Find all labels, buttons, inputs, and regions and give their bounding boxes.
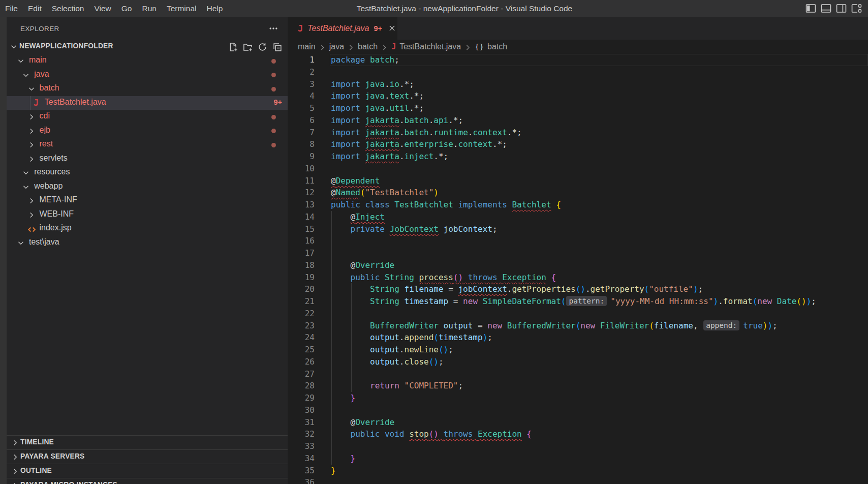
tree-item-java[interactable]: java (7, 68, 288, 82)
code-line-13[interactable]: 13public class TestBatchlet implements B… (288, 199, 868, 211)
code-line-text: @Named("TestBatchlet") (331, 187, 439, 199)
tree-item-test-java[interactable]: test\java (7, 236, 288, 250)
code-line-17[interactable]: 17 (288, 247, 868, 259)
tree-item-ejb[interactable]: ejb (7, 124, 288, 138)
tree-item-resources[interactable]: resources (7, 166, 288, 180)
line-number: 35 (288, 465, 315, 477)
line-number: 25 (288, 344, 315, 356)
line-number: 31 (288, 416, 315, 429)
tree-item-meta-inf[interactable]: META-INF (7, 194, 288, 208)
code-line-21[interactable]: 21 String timestamp = new SimpleDateForm… (288, 295, 868, 308)
code-line-29[interactable]: 29 } (288, 392, 868, 404)
menu-run[interactable]: Run (137, 0, 161, 17)
java-file-icon: J (298, 23, 303, 34)
code-line-18[interactable]: 18 @Override (288, 259, 868, 271)
code-line-22[interactable]: 22 (288, 308, 868, 320)
toggle-secondary-sidebar-icon[interactable] (836, 3, 847, 14)
menu-view[interactable]: View (89, 0, 116, 17)
code-line-11[interactable]: 11@Dependent (288, 175, 868, 187)
code-line-14[interactable]: 14 @Inject (288, 211, 868, 223)
code-line-35[interactable]: 35} (288, 465, 868, 477)
code-line-8[interactable]: 8import jakarta.enterprise.context.*; (288, 138, 868, 150)
refresh-explorer-icon[interactable] (257, 42, 267, 52)
code-line-5[interactable]: 5import java.util.*; (288, 102, 868, 114)
code-line-text: output.newLine(); (331, 344, 453, 356)
code-line-16[interactable]: 16 (288, 235, 868, 247)
section-payara-servers[interactable]: PAYARA SERVERS (7, 449, 288, 464)
activity-bar-edge (0, 17, 7, 484)
code-line-31[interactable]: 31 @Override (288, 416, 868, 429)
code-line-30[interactable]: 30 (288, 404, 868, 416)
explorer-sidebar: EXPLORER NEWAPPLICATIONFOLDER mainjavaba… (7, 17, 288, 484)
code-line-6[interactable]: 6import jakarta.batch.api.*; (288, 114, 868, 127)
code-area[interactable]: 1package batch;23import java.io.*;4impor… (288, 54, 868, 484)
tree-item-batch[interactable]: batch (7, 82, 288, 96)
code-line-28[interactable]: 28 return "COMPLETED"; (288, 380, 868, 392)
breadcrumb-item[interactable]: batch (358, 42, 378, 51)
menu-edit[interactable]: Edit (23, 0, 47, 17)
code-line-23[interactable]: 23 BufferedWriter output = new BufferedW… (288, 320, 868, 332)
chevron-right-icon (11, 439, 19, 449)
section-outline[interactable]: OUTLINE (7, 464, 288, 478)
toggle-panel-icon[interactable] (821, 3, 831, 14)
new-file-icon[interactable] (228, 42, 238, 52)
tab-testbatchlet[interactable]: J TestBatchlet.java 9+ (288, 17, 397, 40)
code-line-text: @Override (331, 416, 394, 429)
code-line-34[interactable]: 34 } (288, 452, 868, 465)
breadcrumb-item[interactable]: batch (487, 42, 507, 51)
customize-layout-icon[interactable] (851, 3, 862, 14)
tree-item-servlets[interactable]: servlets (7, 152, 288, 166)
toggle-primary-sidebar-icon[interactable] (805, 3, 816, 14)
problems-dot (271, 129, 276, 133)
breadcrumb-item[interactable]: java (329, 42, 344, 51)
code-line-33[interactable]: 33 (288, 440, 868, 452)
tree-item-rest[interactable]: rest (7, 138, 288, 152)
tree-item-index-jsp[interactable]: index.jsp (7, 222, 288, 236)
tree-item-web-inf[interactable]: WEB-INF (7, 208, 288, 222)
code-line-1[interactable]: 1package batch; (288, 54, 868, 66)
breadcrumb-item[interactable]: main (298, 42, 316, 51)
code-line-text: output.append(timestamp); (331, 331, 492, 344)
code-line-20[interactable]: 20 String filename = jobContext.getPrope… (288, 283, 868, 295)
code-line-4[interactable]: 4import java.text.*; (288, 90, 868, 102)
code-line-12[interactable]: 12@Named("TestBatchlet") (288, 187, 868, 199)
line-number: 12 (288, 187, 315, 199)
menu-help[interactable]: Help (202, 0, 228, 17)
code-line-9[interactable]: 9import jakarta.inject.*; (288, 150, 868, 163)
new-folder-icon[interactable] (242, 42, 253, 52)
code-line-27[interactable]: 27 (288, 368, 868, 380)
menu-terminal[interactable]: Terminal (162, 0, 202, 17)
section-timeline[interactable]: TIMELINE (7, 435, 288, 450)
tab-close-icon[interactable] (388, 24, 396, 32)
code-line-text: @Inject (331, 211, 385, 223)
code-line-26[interactable]: 26 output.close(); (288, 356, 868, 368)
chevron-right-icon (27, 155, 36, 165)
code-line-text: @Dependent (331, 175, 380, 187)
menu-go[interactable]: Go (116, 0, 137, 17)
code-line-7[interactable]: 7import jakarta.batch.runtime.context.*; (288, 127, 868, 139)
code-line-text: public void stop() throws Exception { (331, 428, 532, 440)
code-line-25[interactable]: 25 output.newLine(); (288, 344, 868, 356)
code-line-19[interactable]: 19 public String process() throws Except… (288, 271, 868, 284)
code-line-32[interactable]: 32 public void stop() throws Exception { (288, 428, 868, 440)
code-line-2[interactable]: 2 (288, 66, 868, 78)
line-number: 20 (288, 283, 315, 295)
collapse-folders-icon[interactable] (272, 42, 282, 52)
code-line-3[interactable]: 3import java.io.*; (288, 78, 868, 90)
explorer-more-actions-icon[interactable] (269, 24, 278, 35)
code-line-10[interactable]: 10 (288, 163, 868, 175)
section-payara-micro-instances[interactable]: PAYARA MICRO INSTANCES (7, 478, 288, 484)
tree-item-cdi[interactable]: cdi (7, 110, 288, 124)
menu-file[interactable]: File (0, 0, 23, 17)
tree-item-testbatchlet-java[interactable]: JTestBatchlet.java9+ (7, 96, 288, 110)
code-line-text: package batch; (331, 54, 399, 66)
tree-item-main[interactable]: main (7, 54, 288, 68)
menu-selection[interactable]: Selection (47, 0, 89, 17)
folder-section-header[interactable]: NEWAPPLICATIONFOLDER (7, 40, 288, 54)
breadcrumb-item[interactable]: TestBatchlet.java (399, 42, 461, 51)
code-line-15[interactable]: 15 private JobContext jobContext; (288, 223, 868, 235)
code-line-36[interactable]: 36 (288, 476, 868, 484)
code-line-text: public String process() throws Exception… (331, 271, 556, 284)
code-line-24[interactable]: 24 output.append(timestamp); (288, 331, 868, 344)
tree-item-webapp[interactable]: webapp (7, 180, 288, 194)
